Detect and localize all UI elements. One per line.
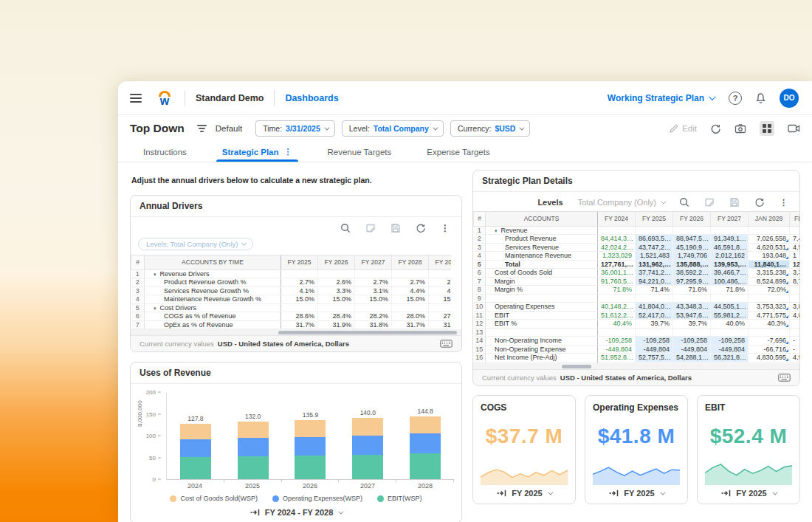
value-cell[interactable]: 43,747,2… xyxy=(636,243,673,252)
plan-selector[interactable]: Working Strategic Plan xyxy=(608,93,714,103)
value-cell[interactable]: 139,953,… xyxy=(711,260,749,269)
value-cell[interactable]: -449,804 xyxy=(673,345,711,354)
filter-icon[interactable] xyxy=(196,125,208,132)
value-cell[interactable]: 52,757,5… xyxy=(636,354,673,363)
bar-segment[interactable] xyxy=(352,455,383,479)
value-cell[interactable]: -109,258 xyxy=(598,337,636,346)
filter-pill-level[interactable]: Level: Total Company xyxy=(342,120,444,137)
bar-group[interactable]: 127.8 xyxy=(167,393,224,479)
sheet-edit-icon[interactable] xyxy=(365,223,376,233)
scrollbar-thumb[interactable] xyxy=(562,365,591,368)
avatar[interactable]: DO xyxy=(780,89,799,108)
value-cell[interactable] xyxy=(392,269,429,278)
account-cell[interactable]: ▾Cost Drivers xyxy=(145,303,281,312)
value-cell[interactable]: 44,505,1… xyxy=(711,303,749,312)
value-cell[interactable]: 91,760,5… xyxy=(598,277,636,286)
value-cell[interactable]: 131,962,… xyxy=(636,260,673,269)
value-cell[interactable]: -66,716 xyxy=(749,345,790,354)
chart-range-selector[interactable]: FY 2024 - FY 2028 xyxy=(131,504,461,522)
collapse-triangle-icon[interactable]: ▾ xyxy=(154,306,156,311)
value-cell[interactable]: 56,321,8… xyxy=(711,354,749,363)
value-cell[interactable]: -109,258 xyxy=(636,337,673,346)
value-cell[interactable]: 86,693,5… xyxy=(636,235,673,244)
more-options-icon[interactable]: ⋮ xyxy=(780,199,788,207)
value-cell[interactable]: 4,9 xyxy=(790,354,800,363)
scrollbar-thumb[interactable] xyxy=(278,331,457,334)
edit-button[interactable]: Edit xyxy=(669,124,697,134)
value-cell[interactable]: 2.7% xyxy=(355,278,392,287)
more-options-icon[interactable]: ⋮ xyxy=(441,224,450,233)
help-icon[interactable]: ? xyxy=(729,92,742,105)
grid-view-icon[interactable] xyxy=(760,121,774,136)
value-cell[interactable]: 40.4% xyxy=(598,320,636,329)
value-cell[interactable]: 15.0% xyxy=(355,295,392,304)
value-cell[interactable] xyxy=(790,328,800,337)
save-icon[interactable] xyxy=(729,197,740,207)
value-cell[interactable]: 53,947,6… xyxy=(673,311,711,320)
bar-segment[interactable] xyxy=(180,439,211,457)
bar-segment[interactable] xyxy=(410,416,441,434)
bar-segment[interactable] xyxy=(238,438,269,456)
horizontal-scrollbar[interactable] xyxy=(473,363,799,369)
value-cell[interactable]: 51,612,2… xyxy=(598,311,636,320)
legend-item[interactable]: EBIT(WSP) xyxy=(377,495,422,502)
value-cell[interactable]: 28.0% xyxy=(392,312,429,321)
value-cell[interactable]: 55,981,2… xyxy=(711,311,749,320)
bar-segment[interactable] xyxy=(295,456,326,479)
value-cell[interactable]: 15.0% xyxy=(318,295,355,304)
value-cell[interactable]: 4.1% xyxy=(281,286,318,295)
value-cell[interactable] xyxy=(355,303,392,312)
value-cell[interactable]: 4,830,595 xyxy=(749,354,790,363)
value-cell[interactable] xyxy=(598,226,636,235)
value-cell[interactable]: 42,024,2… xyxy=(598,243,636,252)
tab-menu-icon[interactable]: ⋮ xyxy=(284,148,292,156)
value-cell[interactable] xyxy=(429,269,452,278)
column-header[interactable]: FY 2025 xyxy=(281,255,318,269)
value-cell[interactable]: 4.4% xyxy=(392,286,429,295)
kpi-range-selector[interactable]: FY 2025 xyxy=(481,485,568,499)
value-cell[interactable]: 3.3% xyxy=(318,286,355,295)
account-cell[interactable]: ▾Revenue Drivers xyxy=(145,269,281,278)
value-cell[interactable] xyxy=(711,328,749,337)
value-cell[interactable] xyxy=(749,328,790,337)
value-cell[interactable] xyxy=(711,294,749,303)
value-cell[interactable] xyxy=(392,303,429,312)
value-cell[interactable]: 72.0% xyxy=(749,286,790,295)
value-cell[interactable]: -449,804 xyxy=(711,345,749,354)
value-cell[interactable]: 3,3 xyxy=(790,269,800,278)
collapse-triangle-icon[interactable]: ▾ xyxy=(495,228,498,233)
value-cell[interactable] xyxy=(281,269,318,278)
value-cell[interactable] xyxy=(749,226,790,235)
value-cell[interactable] xyxy=(281,303,318,312)
sheet-edit-icon[interactable] xyxy=(704,197,715,207)
filter-pill-currency[interactable]: Currency: $USD xyxy=(450,120,531,137)
account-cell[interactable]: ▾Revenue xyxy=(486,226,598,235)
value-cell[interactable]: 37,741,2… xyxy=(636,269,673,278)
value-cell[interactable]: 54,288,1… xyxy=(673,354,711,363)
column-header[interactable]: JAN 2028 xyxy=(749,212,790,226)
value-cell[interactable]: 1,749,706 xyxy=(673,252,711,261)
value-cell[interactable] xyxy=(749,294,790,303)
search-icon[interactable] xyxy=(679,197,689,207)
value-cell[interactable]: 1,323,029 xyxy=(598,252,636,261)
value-cell[interactable]: 3.1% xyxy=(355,286,392,295)
value-cell[interactable]: 4,771,575 xyxy=(749,311,790,320)
value-cell[interactable]: 100,486,… xyxy=(711,277,749,286)
column-header[interactable]: FY 2026 xyxy=(673,212,711,226)
value-cell[interactable]: 36,001,1… xyxy=(598,269,636,278)
bar-segment[interactable] xyxy=(410,433,441,453)
value-cell[interactable]: 2.6% xyxy=(318,278,355,287)
bar-group[interactable]: 132.0 xyxy=(224,393,282,479)
value-cell[interactable]: 94,221,0… xyxy=(636,277,673,286)
value-cell[interactable]: 2.7% xyxy=(281,278,318,287)
bar-segment[interactable] xyxy=(180,457,211,479)
value-cell[interactable]: 1,521,483 xyxy=(636,252,673,261)
value-cell[interactable]: -449,804 xyxy=(636,345,673,354)
value-cell[interactable]: 11,840,1… xyxy=(749,260,790,269)
value-cell[interactable]: 31.7% xyxy=(281,320,318,329)
value-cell[interactable]: 4,8 xyxy=(790,311,800,320)
value-cell[interactable] xyxy=(636,294,673,303)
value-cell[interactable]: 15.0% xyxy=(392,295,429,304)
column-header[interactable]: FY 2025 xyxy=(636,212,673,226)
value-cell[interactable]: 40.0% xyxy=(711,320,749,329)
